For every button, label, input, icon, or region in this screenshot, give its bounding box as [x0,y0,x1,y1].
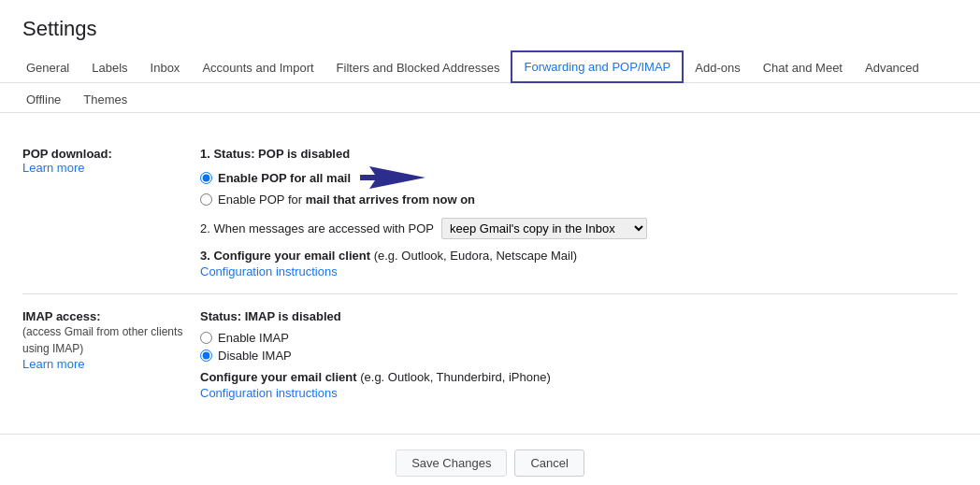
pop-step3-row: 3. Configure your email client (e.g. Out… [200,249,958,278]
nav-tabs-row2: Offline Themes [0,83,980,113]
footer-buttons: Save Changes Cancel [0,435,980,485]
pop-radio2-label[interactable]: Enable POP for mail that arrives from no… [218,193,475,207]
pop-content: 1. Status: POP is disabled Enable POP fo… [200,147,958,278]
save-button[interactable]: Save Changes [396,449,507,477]
tab-addons[interactable]: Add-ons [684,53,751,82]
imap-radio2[interactable] [200,349,212,362]
pop-step1-title: 1. Status: POP is disabled [200,147,958,161]
arrow-icon [360,166,425,189]
tab-chat[interactable]: Chat and Meet [752,53,854,82]
pop-section: POP download: Learn more 1. Status: POP … [22,132,958,294]
pop-radio1-bold: Enable POP for [218,171,310,185]
imap-radio2-label[interactable]: Disable IMAP [218,349,292,363]
pop-radio1-option: Enable POP for all mail [200,166,958,189]
imap-content: Status: IMAP is disabled Enable IMAP Dis… [200,309,958,400]
svg-rect-1 [360,175,377,180]
tab-general[interactable]: General [15,53,80,82]
nav-tabs: General Labels Inbox Accounts and Import… [0,50,980,83]
pop-config-link[interactable]: Configuration instructions [200,264,958,278]
tab-advanced[interactable]: Advanced [854,53,930,82]
tab-offline[interactable]: Offline [15,87,72,112]
tab-labels[interactable]: Labels [80,53,138,82]
tab-filters[interactable]: Filters and Blocked Addresses [325,53,512,82]
imap-label: IMAP access: (access Gmail from other cl… [22,309,200,400]
tab-inbox[interactable]: Inbox [139,53,192,82]
pop-radio2[interactable] [200,193,212,206]
imap-radio1[interactable] [200,332,212,344]
pop-step2-label: 2. When messages are accessed with POP [200,221,434,235]
pop-label: POP download: Learn more [22,147,200,278]
pop-step3-bold: 3. Configure your email client [200,249,370,263]
pop-radio2-bold: Enable POP for [218,193,306,207]
imap-configure-bold: Configure your email client [200,370,357,384]
settings-content: POP download: Learn more 1. Status: POP … [0,113,980,434]
svg-marker-0 [369,166,425,189]
pop-radio1[interactable] [200,172,212,184]
pop-step3-rest: (e.g. Outlook, Eudora, Netscape Mail) [370,249,577,263]
imap-label-title: IMAP access: [22,309,200,323]
pop-step2-row: 2. When messages are accessed with POP k… [200,218,958,239]
pop-radio1-rest: all mail [310,171,351,185]
cancel-button[interactable]: Cancel [514,449,584,477]
pop-label-title: POP download: [22,147,200,161]
pop-radio2-option: Enable POP for mail that arrives from no… [200,193,958,207]
pop-step2-select[interactable]: keep Gmail's copy in the Inbox archive G… [441,218,647,239]
imap-configure-row: Configure your email client (e.g. Outloo… [200,370,958,400]
imap-configure-rest: (e.g. Outlook, Thunderbird, iPhone) [357,370,551,384]
tab-themes[interactable]: Themes [72,87,138,112]
imap-status: Status: IMAP is disabled [200,309,958,323]
tab-accounts[interactable]: Accounts and Import [191,53,324,82]
tab-forwarding[interactable]: Forwarding and POP/IMAP [511,50,684,83]
pop-learn-more[interactable]: Learn more [22,161,84,175]
imap-learn-more[interactable]: Learn more [22,357,84,371]
imap-radio1-option: Enable IMAP [200,331,958,345]
imap-section: IMAP access: (access Gmail from other cl… [22,294,958,415]
page-title: Settings [0,0,980,50]
imap-label-sub1: (access Gmail from other clients using I… [22,323,200,357]
imap-radio1-label[interactable]: Enable IMAP [218,331,289,345]
imap-radio2-option: Disable IMAP [200,349,958,363]
imap-config-link[interactable]: Configuration instructions [200,386,958,400]
pop-radio2-rest: mail that arrives from now on [306,193,475,207]
pop-radio1-label[interactable]: Enable POP for all mail [218,171,351,185]
